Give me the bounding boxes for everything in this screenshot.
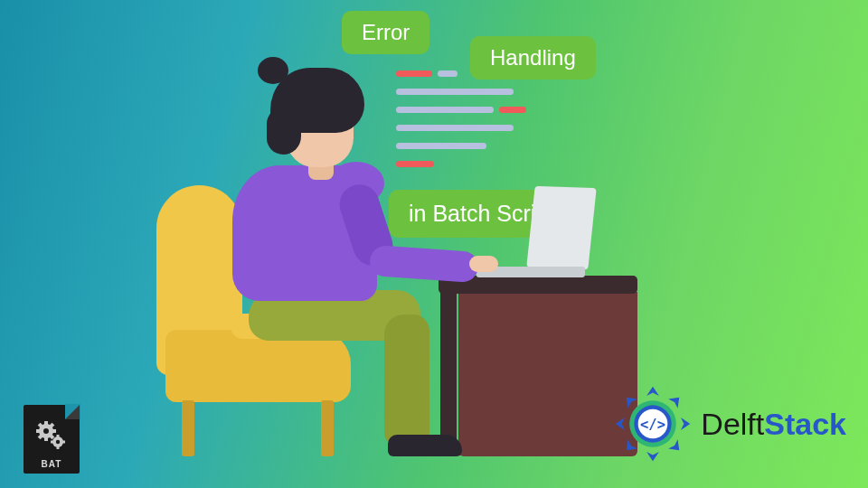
svg-marker-17 — [681, 418, 690, 430]
svg-rect-12 — [57, 435, 60, 438]
bat-file-icon: BAT — [24, 405, 80, 474]
gears-icon — [36, 421, 67, 454]
bat-file-label: BAT — [24, 459, 80, 469]
svg-rect-2 — [44, 421, 48, 426]
svg-marker-22 — [627, 439, 637, 450]
logo-text: DelftStack — [701, 407, 846, 442]
svg-marker-16 — [646, 387, 659, 396]
svg-rect-15 — [61, 441, 65, 444]
svg-rect-14 — [51, 441, 54, 444]
svg-rect-5 — [52, 429, 56, 433]
logo-mark-icon: </> — [614, 385, 692, 463]
svg-marker-18 — [646, 452, 659, 461]
logo-text-delft: Delft — [701, 407, 764, 441]
svg-point-11 — [56, 440, 60, 444]
svg-marker-21 — [669, 439, 680, 450]
svg-point-1 — [43, 428, 49, 434]
illustration-person-laptop — [149, 59, 637, 456]
svg-marker-19 — [616, 418, 625, 430]
svg-marker-23 — [627, 398, 637, 408]
delftstack-logo: </> DelftStack — [614, 385, 846, 463]
svg-text:</>: </> — [640, 417, 665, 433]
svg-rect-3 — [44, 436, 48, 441]
svg-rect-13 — [57, 446, 60, 449]
svg-marker-20 — [669, 398, 680, 408]
title-pill-error: Error — [342, 11, 429, 54]
svg-rect-4 — [36, 429, 41, 433]
logo-text-stack: Stack — [764, 407, 846, 441]
